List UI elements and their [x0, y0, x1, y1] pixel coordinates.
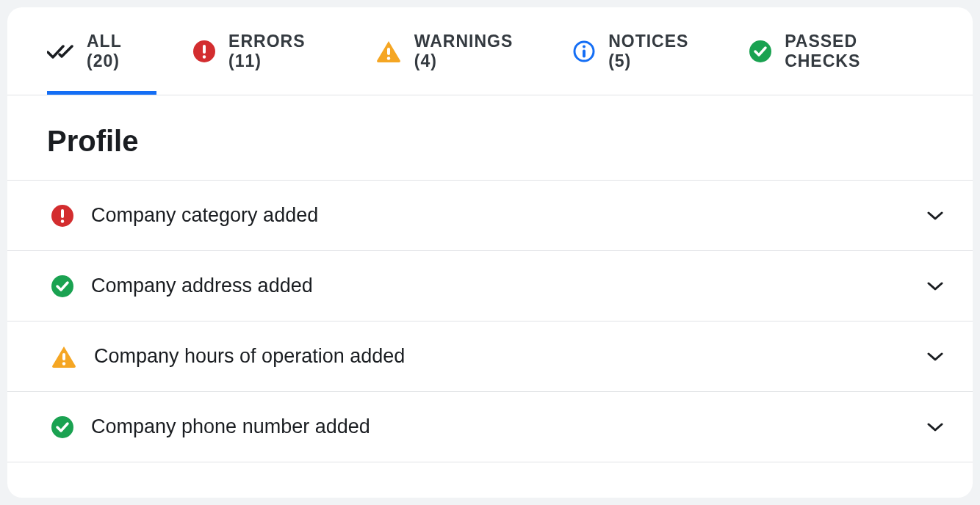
- check-circle-icon: [749, 40, 771, 62]
- check-item-company-category[interactable]: Company category added: [7, 181, 973, 251]
- chevron-down-icon: [927, 352, 943, 362]
- svg-rect-1: [203, 45, 206, 54]
- error-icon: [51, 205, 73, 227]
- svg-rect-7: [583, 49, 586, 57]
- chevron-down-icon: [927, 281, 943, 291]
- svg-point-4: [387, 57, 390, 59]
- svg-point-11: [61, 219, 64, 222]
- card: ALL (20) ERRORS (11) WARNINGS (4): [7, 7, 973, 498]
- section-header: Profile: [7, 95, 973, 181]
- check-circle-icon: [51, 275, 73, 297]
- error-icon: [193, 40, 215, 62]
- check-label: Company hours of operation added: [94, 345, 927, 368]
- section-title: Profile: [7, 95, 973, 180]
- check-item-company-phone[interactable]: Company phone number added: [7, 392, 973, 462]
- tabs: ALL (20) ERRORS (11) WARNINGS (4): [7, 7, 973, 95]
- svg-point-12: [51, 275, 73, 297]
- svg-rect-10: [61, 209, 64, 218]
- svg-point-8: [749, 40, 771, 62]
- tab-errors-label: ERRORS (11): [228, 32, 339, 71]
- info-icon: [573, 40, 595, 62]
- check-item-company-hours[interactable]: Company hours of operation added: [7, 321, 973, 392]
- svg-rect-3: [387, 48, 390, 55]
- chevron-down-icon: [927, 422, 943, 432]
- tab-warnings[interactable]: WARNINGS (4): [376, 7, 536, 95]
- tab-passed[interactable]: PASSED CHECKS: [749, 7, 933, 95]
- svg-rect-13: [62, 353, 65, 360]
- chevron-down-icon: [927, 211, 943, 221]
- tab-all-label: ALL (20): [87, 32, 156, 71]
- tab-errors[interactable]: ERRORS (11): [193, 7, 339, 95]
- tab-passed-label: PASSED CHECKS: [785, 32, 933, 71]
- tab-notices[interactable]: NOTICES (5): [573, 7, 713, 95]
- svg-point-2: [203, 55, 206, 58]
- checks-list: Company category added Company address a…: [7, 181, 973, 462]
- double-check-icon: [47, 43, 73, 60]
- check-label: Company category added: [91, 204, 927, 227]
- warning-icon: [376, 40, 401, 62]
- tab-notices-label: NOTICES (5): [608, 32, 713, 71]
- svg-point-6: [583, 45, 586, 48]
- warning-icon: [51, 346, 76, 368]
- check-label: Company phone number added: [91, 415, 927, 438]
- check-circle-icon: [51, 416, 73, 438]
- tab-all[interactable]: ALL (20): [47, 7, 156, 95]
- check-label: Company address added: [91, 275, 927, 297]
- svg-point-15: [51, 416, 73, 438]
- check-item-company-address[interactable]: Company address added: [7, 251, 973, 321]
- svg-point-14: [62, 362, 65, 365]
- tab-warnings-label: WARNINGS (4): [414, 32, 536, 71]
